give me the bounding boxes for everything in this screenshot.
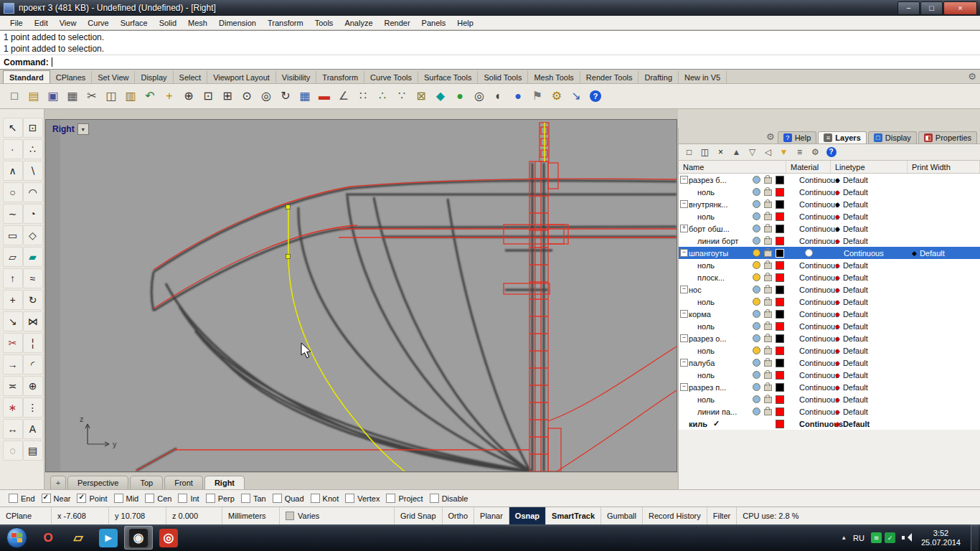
units-cell[interactable]: Millimeters [222, 507, 280, 524]
layer-print-width[interactable]: ◆ Default [831, 322, 908, 331]
panel-gear-icon[interactable]: ⚙ [766, 131, 776, 143]
layer-linetype[interactable]: Continuous [831, 249, 908, 258]
layer-lock-icon[interactable] [764, 238, 772, 245]
viewport-canvas[interactable]: z y [46, 120, 677, 471]
sphere-solid-icon[interactable]: ● [451, 88, 468, 105]
circle-icon[interactable]: ○ [3, 182, 23, 202]
layer-visibility-bulb-icon[interactable] [753, 188, 760, 196]
layer-lock-icon[interactable] [764, 287, 772, 293]
layer-row[interactable]: киль ✓ Continuous ◆ Default [679, 418, 980, 430]
layer-visibility-bulb-icon[interactable] [753, 334, 760, 342]
layer-linetype[interactable]: Continuous [786, 334, 831, 343]
mirror-icon[interactable]: ⋈ [23, 311, 43, 331]
layer-lock-icon[interactable] [764, 348, 772, 354]
filter-funnel-icon[interactable]: ▼ [778, 146, 790, 159]
layer-print-width[interactable]: ◆ Default [831, 237, 908, 245]
single-point-icon[interactable]: ∙ [3, 139, 23, 159]
layer-row[interactable]: плоск... Continuous ◆ Default [679, 271, 980, 283]
surface-tools-icon[interactable]: ◆ [432, 88, 449, 105]
layer-linetype[interactable]: Continuous [786, 261, 831, 270]
help-icon[interactable]: ? [587, 88, 604, 105]
layer-material-icon[interactable] [805, 249, 813, 257]
layer-linetype[interactable]: Continuous [786, 200, 831, 209]
osnap-checkbox[interactable] [206, 494, 215, 503]
column-linetype[interactable]: Linetype [831, 161, 908, 173]
cplane-icon[interactable]: ∠ [335, 88, 352, 105]
layer-row[interactable]: линии борт Continuous ◆ Default [679, 235, 980, 247]
set-view-icon[interactable]: ▬ [316, 88, 333, 105]
osnap-option[interactable]: Tan [241, 494, 266, 503]
pan-view-icon[interactable]: + [161, 88, 178, 105]
column-name[interactable]: Name [679, 161, 786, 173]
layer-lock-icon[interactable] [764, 409, 772, 415]
layer-visibility-bulb-icon[interactable] [753, 359, 760, 367]
layer-linetype[interactable]: Continuous [786, 347, 831, 355]
layer-visibility-bulb-icon[interactable] [753, 286, 760, 293]
column-material[interactable]: Material [786, 161, 831, 173]
layer-linetype[interactable]: Continuous [786, 383, 831, 392]
layer-visibility-bulb-icon[interactable] [753, 225, 760, 232]
explode-icon[interactable]: ∗ [3, 397, 23, 418]
layer-row[interactable]: − шпангоуты Continuous ◆ Default [679, 247, 980, 259]
print-icon[interactable]: ▦ [64, 88, 81, 105]
offset-icon[interactable]: ≍ [3, 376, 23, 396]
toolbar-tab[interactable]: Display [135, 71, 173, 83]
copy-layer-icon[interactable]: ◫ [699, 146, 711, 159]
osnap-checkbox[interactable] [145, 494, 154, 503]
add-viewport-tab-button[interactable]: + [50, 476, 66, 489]
delete-layer-icon[interactable]: × [715, 146, 727, 159]
layer-print-width[interactable]: ◆ Default [831, 200, 908, 209]
rectangle-icon[interactable]: ▭ [3, 225, 23, 245]
layer-varies-cell[interactable]: Varies [280, 507, 395, 524]
copy-icon[interactable]: ◫ [103, 88, 120, 105]
arc-icon[interactable]: ◠ [23, 182, 43, 202]
layer-lock-icon[interactable] [764, 397, 772, 403]
layer-visibility-bulb-icon[interactable] [753, 273, 760, 281]
layer-linetype[interactable]: Continuous [786, 212, 831, 221]
tab-display[interactable]: □ Display [868, 131, 917, 143]
layer-expand-toggle[interactable]: + [680, 225, 688, 232]
zoom-selected-icon[interactable]: ⊙ [238, 88, 255, 105]
zoom-window-icon[interactable]: ⊡ [199, 88, 217, 105]
layer-lock-icon[interactable] [764, 263, 772, 269]
extrude-icon[interactable]: ↑ [3, 268, 23, 288]
osnap-option[interactable]: Point [77, 494, 107, 503]
layer-color-swatch[interactable] [776, 298, 784, 306]
zoom-extents-icon[interactable]: ⊞ [219, 88, 236, 105]
osnap-checkbox[interactable] [386, 494, 395, 503]
layer-row[interactable]: − разрез о... Continuous ◆ Default [679, 332, 980, 344]
toolbar-tab[interactable]: New in V5 [679, 71, 727, 83]
menu-item[interactable]: Edit [29, 17, 54, 29]
tab-help[interactable]: ? Help [778, 131, 817, 143]
layer-linetype[interactable]: Continuous [786, 286, 831, 294]
split-icon[interactable]: ¦ [23, 333, 43, 353]
move-down-icon[interactable]: ▽ [746, 146, 758, 159]
menu-item[interactable]: Tools [309, 17, 339, 29]
rotate-icon[interactable]: ↻ [23, 290, 43, 310]
viewport-tab[interactable]: Front [164, 476, 203, 489]
green-app-icon-2[interactable]: ✓ [885, 532, 895, 543]
toolbar-tab[interactable]: Standard [3, 70, 50, 83]
osnap-checkbox[interactable] [178, 494, 187, 503]
toolbar-tab[interactable]: Visibility [276, 71, 317, 83]
layer-row[interactable]: − корма Continuous ◆ Default [679, 308, 980, 320]
join-icon[interactable]: ⊕ [23, 376, 43, 396]
layer-lock-icon[interactable] [764, 360, 772, 367]
osnap-option[interactable]: Vertex [345, 494, 380, 503]
analyze-flag-icon[interactable]: ⚑ [529, 88, 546, 105]
layer-visibility-bulb-icon[interactable] [753, 347, 760, 354]
toolbar-tab[interactable]: Mesh Tools [528, 71, 580, 83]
layer-visibility-bulb-icon[interactable] [753, 395, 760, 403]
osnap-checkbox[interactable] [114, 494, 123, 503]
rhino-app-icon[interactable]: ◉ [124, 526, 153, 550]
menu-item[interactable]: Solid [154, 17, 182, 29]
layer-row[interactable]: ноль Continuous ◆ Default [679, 186, 980, 198]
layer-row[interactable]: ноль Continuous ◆ Default [679, 210, 980, 222]
viewport-title[interactable]: Right ▼ [52, 123, 89, 135]
options-gears-icon[interactable]: ⚙ [548, 88, 565, 105]
toolbar-tab[interactable]: Render Tools [580, 71, 639, 83]
language-indicator[interactable]: RU [853, 534, 864, 542]
points-on-icon[interactable]: ∴ [374, 88, 391, 105]
layer-row[interactable]: − разрез п... Continuous ◆ Default [679, 381, 980, 393]
layer-row[interactable]: ноль Continuous ◆ Default [679, 320, 980, 332]
